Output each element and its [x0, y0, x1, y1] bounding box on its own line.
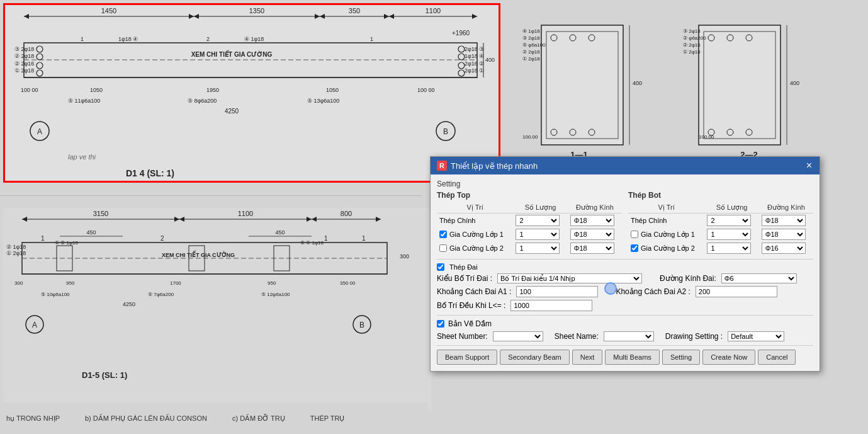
svg-text:400: 400: [633, 80, 642, 86]
thep-bot-soluong-giaculo2[interactable]: 12: [707, 243, 751, 254]
svg-rect-105: [541, 25, 623, 145]
svg-text:1: 1: [324, 235, 328, 242]
svg-text:1: 1: [81, 36, 84, 42]
svg-text:450: 450: [86, 229, 96, 236]
thep-dai-label: Thép Đai: [449, 263, 478, 271]
svg-text:2: 2: [161, 235, 164, 242]
khoang-cach-a2-label: Khoảng Cách Đai A2 :: [616, 287, 690, 296]
thep-bot-duongkinh-giaculo2[interactable]: Φ16Φ18: [762, 243, 806, 254]
kieu-bo-tri-label: Kiểu Bố Trí Đai :: [437, 274, 492, 283]
svg-text:1100: 1100: [238, 210, 253, 217]
svg-text:2φ18 ③: 2φ18 ③: [465, 46, 484, 52]
dialog-buttons: Beam Support Secondary Beam Next Multi B…: [437, 345, 813, 366]
dialog-close-button[interactable]: ×: [805, 161, 813, 171]
thep-top-label-giaculo1: Gia Cường Lớp 1: [449, 231, 504, 239]
svg-marker-63: [179, 217, 184, 222]
setting-button[interactable]: Setting: [662, 350, 700, 365]
thep-bot-title: Thép Bot: [628, 191, 813, 200]
secondary-beam-button[interactable]: Secondary Beam: [500, 350, 569, 365]
kieu-bo-tri-row: Kiểu Bố Trí Đai : Bố Trí Đai kiểu 1/4 Nh…: [437, 273, 813, 283]
label-trong-nhip: hụ TRONG NHỊP: [6, 414, 60, 423]
svg-text:② φ6a200: ② φ6a200: [683, 35, 706, 41]
thep-dai-checkbox[interactable]: [437, 263, 444, 271]
thep-top-col-vitri: Vị Trí: [437, 202, 513, 214]
sheet-number-select[interactable]: [493, 331, 543, 341]
thep-top-col-soluong: Số Lượng: [513, 202, 567, 214]
svg-text:1: 1: [370, 36, 373, 42]
thep-top-checkbox-giaculo1[interactable]: [439, 231, 447, 238]
svg-text:B: B: [359, 321, 364, 329]
thep-bot-soluong-giaculo1[interactable]: 12: [707, 229, 751, 240]
thep-bot-duongkinh-giaculo1[interactable]: Φ18Φ16: [762, 229, 806, 240]
thep-top-label-giaculo2: Gia Cường Lớp 2: [449, 244, 504, 253]
sheet-name-select[interactable]: [604, 331, 654, 341]
svg-marker-8: [320, 14, 325, 19]
thep-bot-col-soluong: Số Lượng: [704, 202, 758, 214]
bo-tri-deu-input[interactable]: [510, 300, 592, 311]
svg-marker-6: [194, 14, 199, 19]
label-thep-tru: THÉP TRỤ: [310, 414, 345, 423]
svg-text:⑤ 8φ6a200: ⑤ 8φ6a200: [188, 98, 217, 104]
svg-text:B: B: [443, 127, 448, 136]
dialog-window: R Thiết lập vẽ thép nhanh × Setting Thép…: [430, 156, 820, 372]
thep-top-table: Vị Trí Số Lượng Đường Kính Thép Chính 21…: [437, 202, 622, 255]
thep-bot-label-giaculo2: Gia Cường Lớp 2: [641, 244, 695, 253]
thep-bot-label-chinh: Thép Chính: [628, 214, 704, 228]
next-button[interactable]: Next: [572, 350, 603, 365]
svg-text:100.00: 100.00: [522, 134, 538, 140]
svg-text:100.00: 100.00: [699, 134, 714, 140]
svg-text:② ①  1φ18: ② ① 1φ18: [300, 240, 324, 246]
cancel-button[interactable]: Cancel: [758, 350, 796, 365]
thep-bot-col-duongkinh: Đường Kính: [759, 202, 813, 214]
svg-text:450: 450: [275, 229, 285, 236]
svg-text:A: A: [37, 127, 42, 136]
svg-text:lap ve thi: lap ve thi: [68, 153, 96, 161]
thep-dai-checkbox-row: Thép Đai: [437, 263, 813, 271]
thep-top-checkbox-giaculo2[interactable]: [439, 244, 447, 252]
thep-bot-checkbox-giaculo1[interactable]: [631, 231, 638, 238]
thep-top-duongkinh-chinh[interactable]: Φ18Φ16Φ20: [570, 215, 614, 226]
bo-tri-deu-row: Bố Trí Đều Khi L<= :: [437, 300, 813, 311]
thep-top-row-giaculo1: Gia Cường Lớp 1 12 Φ18Φ16: [437, 227, 622, 241]
thep-bot-duongkinh-chinh[interactable]: Φ18Φ16: [762, 215, 806, 226]
svg-text:1: 1: [362, 235, 366, 242]
thep-top-duongkinh-giaculo2[interactable]: Φ18Φ16: [570, 243, 614, 254]
dialog-icon: R: [437, 161, 447, 171]
setting-label: Setting: [437, 180, 813, 188]
svg-marker-9: [384, 14, 389, 19]
drawing-setting-select[interactable]: Default: [728, 331, 784, 341]
svg-marker-11: [472, 14, 477, 19]
thep-top-duongkinh-giaculo1[interactable]: Φ18Φ16: [570, 229, 614, 240]
svg-text:2φ16 ②: 2φ16 ②: [465, 60, 484, 67]
thep-top-soluong-chinh[interactable]: 213: [516, 215, 560, 226]
svg-text:1950: 1950: [206, 87, 219, 93]
multi-beams-button[interactable]: Multi Beams: [605, 350, 660, 365]
svg-text:1700: 1700: [170, 280, 181, 286]
create-now-button[interactable]: Create Now: [702, 350, 755, 365]
svg-text:② 2φ16: ② 2φ16: [683, 42, 701, 48]
duong-kinh-dai-select[interactable]: Φ6Φ8Φ10: [721, 273, 797, 283]
dialog-body: Setting Thép Top Vị Trí Số Lượng Đường K…: [431, 174, 820, 371]
khoang-cach-a2-input[interactable]: [696, 286, 777, 297]
ban-ve-checkbox[interactable]: [437, 320, 444, 328]
kieu-bo-tri-select[interactable]: Bố Trí Đai kiểu 1/4 Nhịp Bố Trí Đều: [497, 273, 642, 283]
svg-text:950: 950: [268, 280, 276, 286]
thep-bot-soluong-chinh[interactable]: 213: [707, 215, 751, 226]
thep-top-label-chinh: Thép Chính: [437, 214, 513, 228]
svg-text:+1960: +1960: [452, 30, 470, 37]
sheet-name-label: Sheet Name:: [555, 332, 599, 341]
thep-bot-checkbox-giaculo2[interactable]: [631, 244, 638, 252]
thep-bot-row-giaculo2: Gia Cường Lớp 2 12 Φ16Φ18: [628, 241, 813, 255]
khoang-cach-a1-input[interactable]: [516, 286, 598, 297]
beam-support-button[interactable]: Beam Support: [437, 350, 497, 365]
thep-bot-col: Thép Bot Vị Trí Số Lượng Đường Kính Thép…: [628, 191, 813, 255]
svg-marker-4: [24, 14, 29, 19]
svg-text:4250: 4250: [123, 301, 135, 307]
svg-text:⑤ 11φ6a100: ⑤ 11φ6a100: [68, 98, 100, 104]
thep-columns: Thép Top Vị Trí Số Lượng Đường Kính Thép…: [437, 191, 813, 255]
svg-text:⑤ 13φ6a100: ⑤ 13φ6a100: [307, 98, 339, 104]
svg-text:① 2φ18: ① 2φ18: [14, 67, 34, 74]
thep-top-soluong-giaculo2[interactable]: 12: [516, 243, 560, 254]
svg-text:1φ18 ④: 1φ18 ④: [118, 36, 138, 42]
thep-top-soluong-giaculo1[interactable]: 12: [516, 229, 560, 240]
